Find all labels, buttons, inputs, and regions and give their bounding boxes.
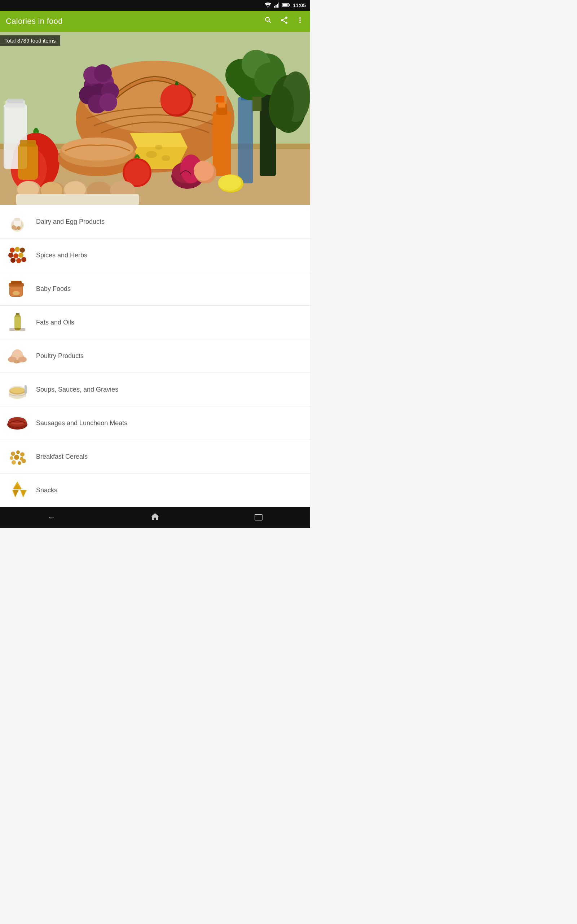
food-icon-spices	[6, 244, 29, 267]
svg-point-57	[193, 161, 214, 181]
food-category-item-poultry[interactable]: Poultry Products	[0, 339, 310, 373]
food-label-poultry: Poultry Products	[36, 352, 84, 360]
share-button[interactable]	[280, 16, 288, 27]
back-button[interactable]: ←	[48, 513, 56, 522]
svg-rect-72	[18, 144, 38, 180]
svg-point-85	[13, 254, 18, 258]
svg-rect-30	[238, 97, 253, 183]
svg-point-87	[10, 258, 16, 263]
svg-point-89	[21, 257, 26, 262]
food-label-fats: Fats and Oils	[36, 319, 74, 326]
svg-point-123	[22, 459, 26, 463]
svg-point-34	[146, 151, 157, 158]
svg-point-41	[124, 160, 150, 185]
food-category-item-baby[interactable]: Baby Foods	[0, 272, 310, 306]
svg-rect-77	[15, 218, 20, 221]
svg-rect-6	[283, 3, 288, 6]
svg-rect-0	[274, 6, 275, 8]
food-label-sausages: Sausages and Luncheon Meats	[36, 419, 127, 427]
food-label-soups: Soups, Sauces, and Gravies	[36, 386, 118, 393]
status-time: 11:05	[293, 3, 306, 8]
svg-point-68	[269, 86, 294, 129]
svg-point-122	[18, 461, 21, 465]
battery-icon	[282, 3, 290, 8]
svg-point-36	[155, 145, 162, 150]
svg-rect-73	[20, 140, 36, 147]
svg-point-20	[94, 64, 112, 82]
food-category-item-fats[interactable]: Fats and Oils	[0, 306, 310, 339]
food-icon-soups	[6, 378, 29, 401]
food-label-spices: Spices and Herbs	[36, 252, 87, 259]
food-icon-poultry	[6, 344, 29, 367]
svg-point-119	[14, 455, 19, 460]
svg-point-80	[15, 228, 17, 230]
svg-point-117	[20, 452, 24, 457]
svg-point-116	[16, 451, 20, 454]
svg-rect-5	[289, 4, 290, 6]
food-icon-snacks	[6, 478, 29, 502]
food-label-dairy: Dairy and Egg Products	[36, 218, 105, 226]
svg-rect-65	[253, 97, 261, 111]
svg-rect-93	[11, 281, 22, 284]
svg-rect-23	[213, 111, 231, 176]
svg-rect-3	[278, 3, 279, 8]
svg-point-18	[99, 93, 117, 111]
signal-icon	[274, 3, 279, 9]
navigation-bar: ←	[0, 507, 310, 528]
svg-point-55	[218, 175, 241, 191]
hero-image: Total 8789 food items	[0, 32, 310, 205]
app-title: Calories in food	[6, 16, 63, 26]
food-category-item-spices[interactable]: Spices and Herbs	[0, 239, 310, 272]
svg-point-82	[15, 247, 20, 252]
food-icon-cereals	[6, 445, 29, 468]
wifi-icon	[265, 3, 271, 9]
search-button[interactable]	[264, 16, 272, 27]
svg-point-121	[11, 460, 16, 465]
svg-point-115	[11, 452, 15, 456]
svg-rect-2	[277, 4, 278, 8]
svg-point-86	[18, 253, 23, 258]
svg-rect-130	[255, 514, 262, 520]
svg-rect-97	[16, 313, 19, 315]
svg-point-83	[20, 247, 25, 253]
food-category-item-sausages[interactable]: Sausages and Luncheon Meats	[0, 406, 310, 440]
food-label-snacks: Snacks	[36, 486, 57, 494]
svg-rect-53	[16, 194, 139, 205]
svg-rect-99	[10, 328, 25, 331]
svg-point-118	[10, 456, 13, 460]
svg-rect-1	[276, 5, 277, 8]
food-category-list: Dairy and Egg Products Spices and Herbs …	[0, 205, 310, 507]
food-icon-dairy	[6, 210, 29, 233]
food-category-item-dairy[interactable]: Dairy and Egg Products	[0, 205, 310, 239]
status-bar: 11:05	[0, 0, 310, 11]
svg-rect-71	[7, 99, 23, 103]
food-icon-fats	[6, 311, 29, 334]
food-category-item-cereals[interactable]: Breakfast Cereals	[0, 440, 310, 473]
food-category-item-soups[interactable]: Soups, Sauces, and Gravies	[0, 373, 310, 406]
svg-point-59	[161, 84, 191, 115]
svg-point-35	[161, 155, 170, 161]
svg-point-39	[61, 137, 134, 161]
food-icon-sausages	[6, 412, 29, 435]
svg-point-81	[10, 247, 15, 253]
recents-button[interactable]	[255, 512, 263, 523]
svg-point-88	[16, 258, 21, 263]
svg-point-109	[10, 387, 24, 393]
food-icon-baby	[6, 277, 29, 300]
svg-point-104	[14, 360, 19, 363]
food-label-cereals: Breakfast Cereals	[36, 453, 88, 460]
svg-rect-26	[216, 96, 224, 102]
app-bar-actions	[264, 16, 305, 27]
svg-point-94	[13, 291, 20, 295]
svg-point-79	[17, 226, 21, 230]
svg-point-84	[8, 253, 13, 258]
food-label-baby: Baby Foods	[36, 285, 71, 293]
home-button[interactable]	[150, 512, 160, 523]
more-menu-button[interactable]	[296, 16, 305, 27]
food-category-item-snacks[interactable]: Snacks	[0, 473, 310, 507]
svg-rect-110	[24, 385, 27, 394]
app-bar: Calories in food	[0, 11, 310, 32]
hero-overlay-text: Total 8789 food items	[0, 36, 60, 46]
